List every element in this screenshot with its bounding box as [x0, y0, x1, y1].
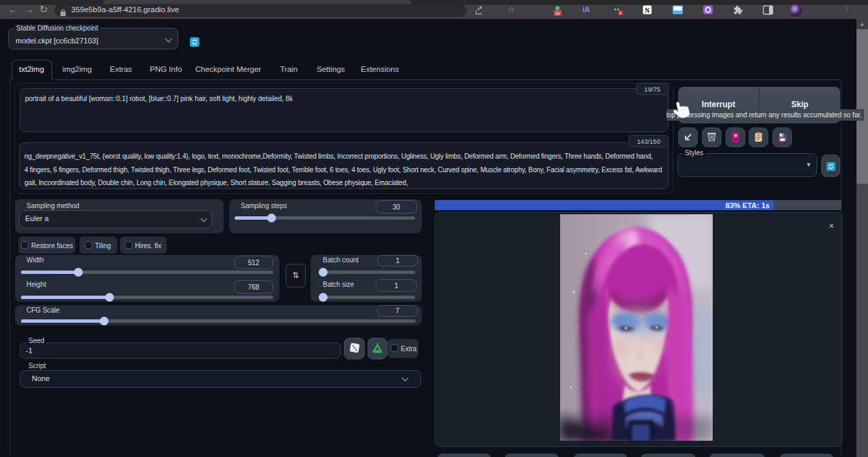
svg-text:21: 21	[555, 12, 560, 16]
svg-text:N: N	[645, 7, 650, 14]
svg-text:1: 1	[619, 11, 621, 15]
